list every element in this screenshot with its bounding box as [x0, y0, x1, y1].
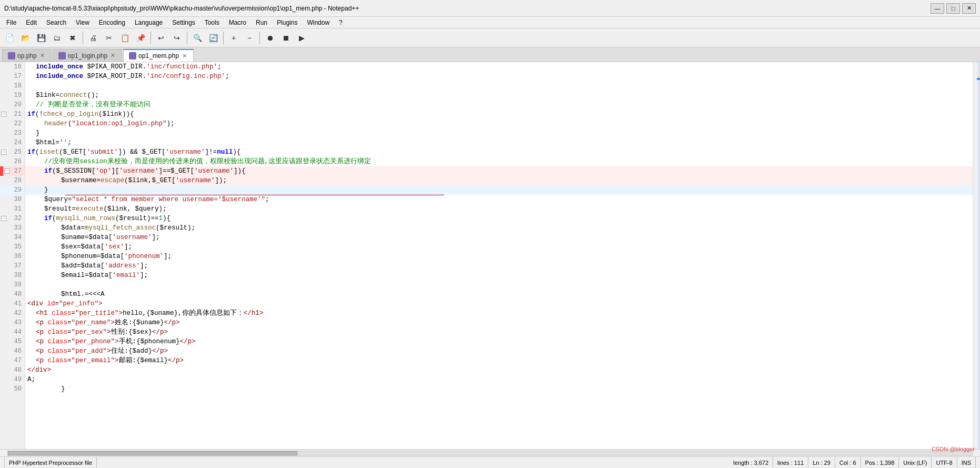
- minimize-button[interactable]: —: [931, 3, 944, 14]
- toolbar-separator-2: [151, 32, 151, 44]
- menu-search[interactable]: Search: [42, 18, 71, 27]
- zoom-out-button[interactable]: −: [242, 31, 257, 45]
- menu-file[interactable]: File: [2, 18, 21, 27]
- menu-view[interactable]: View: [72, 18, 94, 27]
- menu-settings[interactable]: Settings: [168, 18, 199, 27]
- line-16: 16: [0, 62, 25, 72]
- line-25: − 25: [0, 147, 25, 157]
- scroll-indicator: [978, 62, 980, 449]
- toolbar: 📄 📂 💾 🗂 ✖ 🖨 ✂ 📋 📌 ↩ ↪ 🔍 🔄 + − ⏺ ⏹ ▶: [0, 28, 980, 47]
- new-file-button[interactable]: 📄: [2, 31, 17, 45]
- tab-op-php[interactable]: op.php ✕: [2, 49, 52, 62]
- code-line-46: <p class="per_add">住址:{$add}</p>: [25, 346, 973, 356]
- status-col: Col : 6: [835, 457, 861, 468]
- line-27: − 27: [0, 166, 25, 176]
- cut-button[interactable]: ✂: [102, 31, 116, 45]
- save-button[interactable]: 💾: [34, 31, 48, 45]
- editor-container: 16 17 18 19 20 − 21 22 23 24 − 25 26 − 2…: [0, 62, 980, 449]
- menu-help[interactable]: ?: [335, 18, 347, 27]
- line-47: 47: [0, 356, 25, 365]
- line-50: 50: [0, 384, 25, 394]
- macro-stop-button[interactable]: ⏹: [278, 31, 293, 45]
- close-button[interactable]: ✖: [65, 31, 80, 45]
- status-pos: Pos : 1,398: [861, 457, 899, 468]
- macro-record-button[interactable]: ⏺: [263, 31, 277, 45]
- code-line-34: $uname=$data['username'];: [25, 233, 973, 242]
- code-line-27: if($_SESSION['op']['username']==$_GET['u…: [25, 166, 973, 176]
- menu-plugins[interactable]: Plugins: [273, 18, 302, 27]
- line-41: 41: [0, 299, 25, 308]
- fold-icon-32[interactable]: −: [1, 216, 6, 221]
- window-controls[interactable]: — □ ✕: [931, 3, 976, 14]
- tab-close-op-php[interactable]: ✕: [39, 52, 46, 59]
- horizontal-scrollbar[interactable]: [0, 449, 980, 456]
- tab-icon-op1-mem: [129, 52, 136, 59]
- menu-window[interactable]: Window: [303, 18, 334, 27]
- bookmark-27: [0, 166, 3, 176]
- line-39: 39: [0, 280, 25, 290]
- code-line-42: <h1 class="per_title">hello,{$uname},你的具…: [25, 308, 973, 318]
- line-45: 45: [0, 337, 25, 346]
- paste-button[interactable]: 📌: [133, 31, 148, 45]
- line-36: 36: [0, 252, 25, 261]
- scrollbar-thumb[interactable]: [8, 451, 297, 455]
- line-42: 42: [0, 308, 25, 318]
- code-line-49: A;: [25, 375, 973, 384]
- tab-close-op1-login[interactable]: ✕: [109, 52, 116, 59]
- line-48: 48: [0, 365, 25, 375]
- code-line-41: <div id="per_info">: [25, 299, 973, 308]
- save-all-button[interactable]: 🗂: [49, 31, 64, 45]
- print-button[interactable]: 🖨: [86, 31, 101, 45]
- find-button[interactable]: 🔍: [190, 31, 205, 45]
- close-button[interactable]: ✕: [962, 3, 976, 14]
- menu-tools[interactable]: Tools: [201, 18, 224, 27]
- code-line-45: <p class="per_phone">手机:{$phonenum}</p>: [25, 337, 973, 346]
- redo-button[interactable]: ↪: [169, 31, 184, 45]
- menu-run[interactable]: Run: [252, 18, 272, 27]
- code-line-18: [25, 81, 973, 91]
- zoom-in-button[interactable]: +: [226, 31, 241, 45]
- code-line-30: $query="select * from member where usern…: [25, 195, 973, 204]
- tab-op1-login-php[interactable]: op1_login.php ✕: [53, 49, 122, 62]
- undo-button[interactable]: ↩: [154, 31, 168, 45]
- line-31: 31: [0, 204, 25, 214]
- line-34: 34: [0, 233, 25, 242]
- code-line-19: $link=connect();: [25, 91, 973, 100]
- tab-icon-op1-login: [58, 52, 66, 59]
- toolbar-separator-1: [83, 32, 83, 44]
- code-line-24: $html='';: [25, 138, 973, 147]
- line-21: − 21: [0, 109, 25, 119]
- scrollbar-track[interactable]: [7, 451, 973, 456]
- menu-edit[interactable]: Edit: [22, 18, 41, 27]
- tab-op1-mem-php[interactable]: op1_mem.php ✕: [123, 49, 194, 62]
- code-line-37: $add=$data['address'];: [25, 261, 973, 271]
- menu-macro[interactable]: Macro: [225, 18, 251, 27]
- line-37: 37: [0, 261, 25, 271]
- code-line-38: $email=$data['email'];: [25, 271, 973, 280]
- code-line-25: if(isset($_GET['submit']) && $_GET['user…: [25, 147, 973, 157]
- line-19: 19: [0, 91, 25, 100]
- fold-icon-25[interactable]: −: [1, 150, 6, 155]
- status-lines: lines : 111: [773, 457, 808, 468]
- window-title: D:\study\apache-tomcat-8.5.33\xiaopi\php…: [4, 5, 359, 12]
- tab-label-op1-mem: op1_mem.php: [138, 52, 179, 59]
- replace-button[interactable]: 🔄: [206, 31, 221, 45]
- line-18: 18: [0, 81, 25, 91]
- code-area[interactable]: include_once $PIKA_ROOT_DIR.'inc/functio…: [25, 62, 973, 449]
- tab-close-op1-mem[interactable]: ✕: [181, 53, 188, 59]
- fold-icon-21[interactable]: −: [1, 112, 6, 117]
- maximize-button[interactable]: □: [946, 3, 960, 14]
- copy-button[interactable]: 📋: [117, 31, 132, 45]
- code-line-48: </div>: [25, 365, 973, 375]
- code-line-44: <p class="per_sex">性别:{$sex}</p>: [25, 327, 973, 337]
- menu-bar: File Edit Search View Encoding Language …: [0, 17, 980, 28]
- macro-play-button[interactable]: ▶: [294, 31, 309, 45]
- line-40: 40: [0, 290, 25, 299]
- tab-label-op-php: op.php: [17, 52, 37, 59]
- menu-encoding[interactable]: Encoding: [95, 18, 129, 27]
- fold-icon-27[interactable]: −: [4, 168, 9, 174]
- menu-language[interactable]: Language: [131, 18, 167, 27]
- code-line-47: <p class="per_email">邮箱:{$email}</p>: [25, 356, 973, 365]
- line-46: 46: [0, 346, 25, 356]
- open-file-button[interactable]: 📂: [18, 31, 33, 45]
